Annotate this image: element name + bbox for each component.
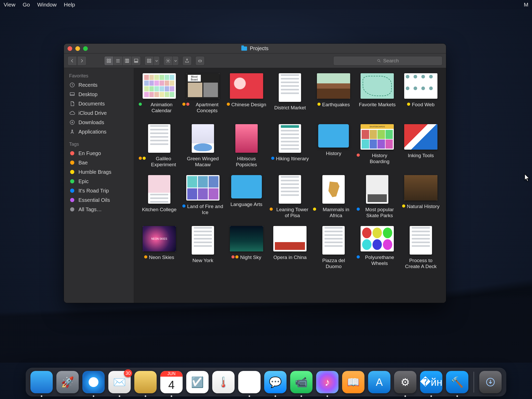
gallery-view-button[interactable] <box>131 56 141 65</box>
tag-dot-icon <box>70 198 74 202</box>
sidebar-tag-humble-brags[interactable]: Humble Brags <box>64 167 134 177</box>
sidebar-tag-all-tags-[interactable]: All Tags… <box>64 205 134 214</box>
arrange-segment <box>144 56 160 65</box>
dock-app-weather[interactable]: 🌡️ <box>212 371 235 393</box>
sidebar-item-label: Documents <box>78 101 105 107</box>
menu-view[interactable]: View <box>4 2 15 8</box>
file-item[interactable]: MoodBoardApartment Concepts <box>182 73 223 117</box>
menu-go[interactable]: Go <box>23 2 30 8</box>
titlebar[interactable]: Projects <box>64 44 446 54</box>
file-item[interactable]: Hibiscus Popsicles <box>226 124 267 168</box>
menu-help[interactable]: Help <box>64 2 75 8</box>
dock-app-itunes[interactable]: ♪ <box>316 371 338 393</box>
view-mode-segment <box>104 56 141 65</box>
file-item[interactable]: Kitchen College <box>139 175 180 219</box>
dock-downloads-stack[interactable] <box>479 371 502 393</box>
file-thumbnail <box>322 226 345 255</box>
file-item[interactable]: Galileo Experiment <box>139 124 180 168</box>
close-button[interactable] <box>68 46 72 51</box>
file-item[interactable]: Language Arts <box>226 175 267 219</box>
dock-app-mail[interactable]: ✉️30 <box>108 371 131 393</box>
sidebar-tag-bae[interactable]: Bae <box>64 158 134 167</box>
dock-app-facetime[interactable]: 📹 <box>290 371 312 393</box>
file-item[interactable]: Green Winged Macaw <box>182 124 223 168</box>
dock-app-calendar[interactable]: JUN4 <box>160 371 183 393</box>
file-item[interactable]: Inking Tools <box>400 124 441 168</box>
sidebar-item-downloads[interactable]: Downloads <box>64 118 134 127</box>
app-glyph-icon: 📖 <box>347 376 360 388</box>
file-item[interactable]: NEON SKIESNeon Skies <box>139 226 180 270</box>
sidebar-tag-essential-oils[interactable]: Essential Oils <box>64 195 134 205</box>
list-view-button[interactable] <box>113 56 123 65</box>
svg-rect-6 <box>128 59 129 62</box>
icon-view-button[interactable] <box>104 56 114 65</box>
menu-right[interactable]: M <box>524 2 529 8</box>
group-button[interactable] <box>144 56 154 65</box>
file-item[interactable]: Leaning Tower of Pisa <box>270 175 311 219</box>
file-item[interactable]: Animation Calendar <box>139 73 180 117</box>
file-label-row: Food Web <box>407 102 434 114</box>
file-item[interactable]: Mammals in Africa <box>313 175 354 219</box>
sidebar-tag-it-s-road-trip[interactable]: It's Road Trip <box>64 186 134 195</box>
file-item[interactable]: Chinese Design <box>226 73 267 117</box>
file-grid[interactable]: Animation CalendarMoodBoardApartment Con… <box>134 68 446 303</box>
file-item[interactable]: District Market <box>270 73 311 117</box>
file-item[interactable]: Polyurethane Wheels <box>357 226 398 270</box>
back-button[interactable] <box>68 56 77 65</box>
file-item[interactable]: Opera in China <box>270 226 311 270</box>
nav-buttons <box>68 56 87 65</box>
file-item[interactable]: Most popular Skate Parks <box>357 175 398 219</box>
file-thumbnail: NEON SKIES <box>143 226 176 251</box>
action-button[interactable] <box>163 56 173 65</box>
sidebar-item-documents[interactable]: Documents <box>64 99 134 108</box>
group-chevron-icon[interactable] <box>154 56 160 65</box>
action-chevron-icon[interactable] <box>172 56 179 65</box>
file-thumbnail <box>404 124 437 150</box>
sidebar-item-desktop[interactable]: Desktop <box>64 90 134 99</box>
file-item[interactable]: Favorite Markets <box>357 73 398 117</box>
file-label-row: Opera in China <box>274 255 307 267</box>
file-name: Inking Tools <box>408 153 434 159</box>
file-item[interactable]: Piazza del Duomo <box>313 226 354 270</box>
file-item[interactable]: Natural History <box>400 175 441 219</box>
dock-app-safari[interactable] <box>82 371 105 393</box>
sidebar-item-recents[interactable]: Recents <box>64 80 134 90</box>
forward-button[interactable] <box>77 56 87 65</box>
svg-rect-9 <box>136 62 136 62</box>
dock-app-ibooks[interactable]: 📖 <box>342 371 364 393</box>
file-item[interactable]: Earthquakes <box>313 73 354 117</box>
file-item[interactable]: Land of Fire and Ice <box>182 175 223 219</box>
file-item[interactable]: Process to Create A Deck <box>400 226 441 270</box>
dock-app-system-preferences[interactable]: ⚙︎ <box>394 371 416 393</box>
sidebar-item-applications[interactable]: Applications <box>64 127 134 136</box>
file-item[interactable]: New York <box>182 226 223 270</box>
file-item[interactable]: SKATEBOARDSHistory Boarding <box>357 124 398 168</box>
app-glyph-icon: ⚙︎ <box>401 376 410 388</box>
dock-app-app-store[interactable]: A <box>368 371 390 393</box>
menu-window[interactable]: Window <box>37 2 57 8</box>
column-view-button[interactable] <box>122 56 132 65</box>
file-item[interactable]: History <box>313 124 354 168</box>
dock-app-reminders[interactable]: ☑️ <box>186 371 209 393</box>
sidebar-tag-en-fuego[interactable]: En Fuego <box>64 149 134 158</box>
file-item[interactable]: Food Web <box>400 73 441 117</box>
sidebar-item-icloud-drive[interactable]: iCloud Drive <box>64 108 134 118</box>
file-thumbnail <box>366 175 388 204</box>
dock-app-notes[interactable] <box>134 371 157 393</box>
file-tags <box>144 255 147 258</box>
share-button[interactable] <box>182 56 192 65</box>
svg-point-15 <box>168 60 169 61</box>
dock-app-messages[interactable]: 💬 <box>264 371 287 393</box>
zoom-button[interactable] <box>83 46 88 51</box>
dock-app-launchpad[interactable]: 🚀 <box>56 371 79 393</box>
dock-app-keynote[interactable]: �йн <box>420 371 442 393</box>
file-item[interactable]: Night Sky <box>226 226 267 270</box>
tags-button[interactable] <box>195 56 205 65</box>
sidebar-tag-epic[interactable]: Epic <box>64 177 134 186</box>
search-field[interactable]: Search <box>333 56 442 65</box>
minimize-button[interactable] <box>75 46 80 51</box>
dock-app-finder[interactable] <box>30 371 53 393</box>
dock-app-xcode[interactable]: 🔨 <box>446 371 468 393</box>
file-item[interactable]: Hiking Itinerary <box>270 124 311 168</box>
dock-app-photos[interactable]: ✦ <box>238 371 261 393</box>
